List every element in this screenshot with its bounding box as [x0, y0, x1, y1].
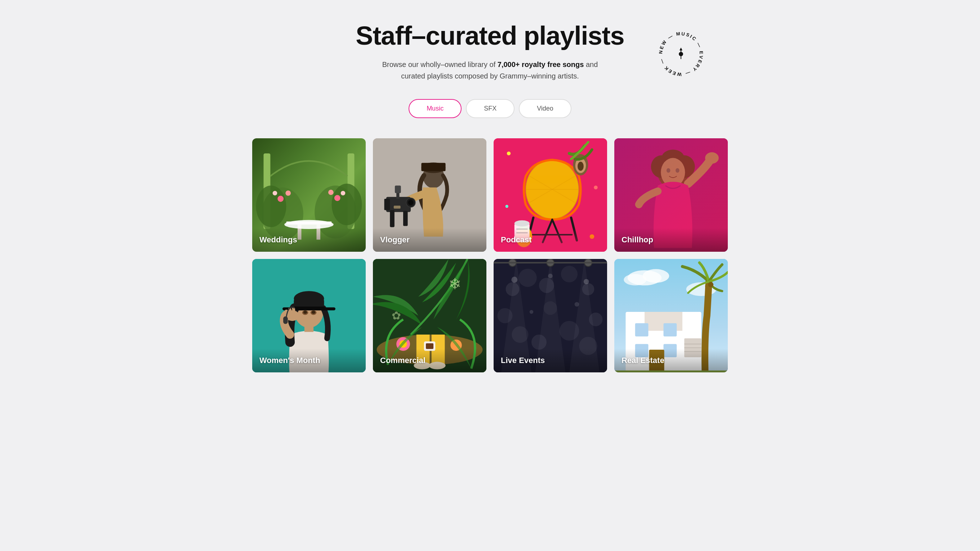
- svg-point-124: [708, 282, 713, 287]
- card-label-real-estate: Real Estate: [614, 349, 728, 372]
- svg-rect-31: [390, 210, 395, 227]
- playlist-card-womens-month[interactable]: Women's Month: [252, 259, 366, 372]
- tab-sfx[interactable]: SFX: [466, 99, 514, 118]
- svg-rect-127: [635, 323, 649, 337]
- svg-point-49: [514, 221, 530, 227]
- new-music-badge: NEW — MUSIC — EVERY — WEEK —: [656, 29, 706, 79]
- svg-point-47: [578, 162, 584, 171]
- svg-rect-93: [426, 343, 433, 349]
- svg-rect-23: [421, 163, 445, 171]
- playlist-card-vlogger[interactable]: Vlogger: [373, 138, 487, 252]
- svg-rect-81: [283, 316, 288, 324]
- card-label-weddings: Weddings: [252, 228, 366, 252]
- playlist-grid-row1: Weddings: [252, 138, 728, 252]
- playlist-card-commercial[interactable]: ❄ ✿ Commercial: [373, 259, 487, 372]
- svg-point-121: [624, 274, 646, 286]
- subtitle-normal: Browse our wholly–owned library of: [382, 60, 498, 68]
- svg-point-52: [507, 152, 511, 156]
- playlist-grid-row2: Women's Month: [252, 259, 728, 372]
- svg-point-98: [519, 269, 536, 287]
- svg-rect-30: [394, 206, 401, 208]
- tab-music[interactable]: Music: [409, 99, 461, 118]
- svg-rect-32: [403, 211, 408, 226]
- svg-point-112: [530, 310, 534, 314]
- svg-text:❄: ❄: [449, 275, 461, 292]
- card-label-chillhop: Chillhop: [614, 228, 728, 252]
- tab-bar: Music SFX Video: [252, 99, 728, 118]
- page-header: Staff–curated playlists Browse our wholl…: [252, 22, 728, 82]
- card-label-podcast: Podcast: [493, 228, 607, 252]
- svg-point-9: [332, 184, 362, 225]
- svg-line-79: [290, 310, 291, 312]
- svg-point-54: [506, 205, 508, 208]
- card-label-womens-month: Women's Month: [252, 349, 366, 372]
- svg-point-55: [594, 186, 598, 189]
- svg-line-80: [293, 309, 294, 311]
- svg-point-14: [328, 190, 334, 195]
- svg-point-11: [285, 191, 291, 196]
- subtitle-bold: 7,000+ royalty free songs: [498, 60, 584, 68]
- page-subtitle: Browse our wholly–owned library of 7,000…: [378, 59, 602, 82]
- svg-point-76: [312, 311, 316, 314]
- card-label-live-events: Live Events: [493, 349, 607, 372]
- tab-video[interactable]: Video: [519, 99, 571, 118]
- card-label-vlogger: Vlogger: [373, 228, 487, 252]
- playlist-card-live-events[interactable]: Live Events: [493, 259, 607, 372]
- svg-point-113: [575, 302, 579, 307]
- svg-point-110: [548, 274, 553, 278]
- svg-point-13: [334, 195, 340, 201]
- svg-point-27: [408, 200, 414, 205]
- playlist-card-podcast[interactable]: Podcast: [493, 138, 607, 252]
- playlist-card-weddings[interactable]: Weddings: [252, 138, 366, 252]
- svg-point-100: [561, 266, 578, 282]
- svg-rect-29: [395, 186, 401, 193]
- svg-point-7: [256, 186, 286, 227]
- svg-point-111: [584, 279, 589, 284]
- card-label-commercial: Commercial: [373, 349, 487, 372]
- svg-point-10: [277, 196, 283, 202]
- playlist-card-real-estate[interactable]: Real Estate: [614, 259, 728, 372]
- svg-text:✿: ✿: [392, 309, 401, 322]
- svg-rect-128: [663, 323, 677, 337]
- svg-rect-25: [385, 199, 390, 210]
- svg-point-109: [511, 277, 517, 283]
- playlist-card-chillhop[interactable]: Chillhop: [614, 138, 728, 252]
- svg-point-15: [341, 191, 345, 195]
- svg-point-75: [303, 311, 307, 314]
- svg-point-120: [643, 269, 670, 283]
- svg-point-12: [273, 191, 277, 195]
- svg-marker-3: [679, 48, 682, 51]
